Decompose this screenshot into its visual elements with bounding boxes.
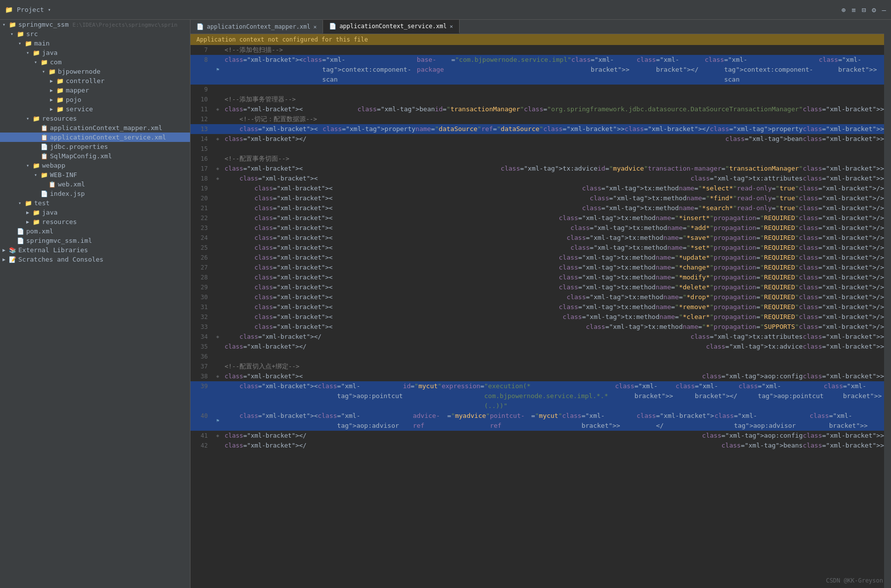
line-content-39[interactable]: class="xml-bracket">< xyxy=(223,381,318,411)
list-icon[interactable]: ≡ xyxy=(851,6,855,14)
line-content-36[interactable] xyxy=(223,352,884,362)
tree-arrow-21[interactable]: ▶ xyxy=(24,219,32,225)
line-num-32: 32 xyxy=(190,312,213,322)
tab-service[interactable]: 📄 applicationContext_service.xml ✕ xyxy=(323,20,459,34)
tree-arrow-6[interactable]: ▶ xyxy=(47,78,55,84)
project-label: 📁 Project ▾ xyxy=(5,6,51,13)
tree-icon-4: 📁 xyxy=(40,59,48,66)
tree-icon-22: 📄 xyxy=(16,228,25,235)
tree-item-24[interactable]: ▶📚External Libraries xyxy=(0,245,190,255)
tree-item-14[interactable]: 📋SqlMapConfig.xml xyxy=(0,151,190,161)
line-content-7[interactable]: <!--添加包扫描--> xyxy=(223,45,884,55)
tree-item-18[interactable]: 📄index.jsp xyxy=(0,189,190,198)
tree-arrow-20[interactable]: ▶ xyxy=(24,210,32,215)
tree-item-23[interactable]: 📄springmvc_ssm.iml xyxy=(0,236,190,245)
line-num-13: 13 xyxy=(190,124,213,134)
line-content-18[interactable]: class="xml-bracket">< xyxy=(223,174,691,183)
tree-icon-7: 📁 xyxy=(55,87,64,94)
tree-arrow-15[interactable]: ▾ xyxy=(24,163,32,168)
tree-arrow-9[interactable]: ▶ xyxy=(47,106,55,112)
line-content-41[interactable]: class="xml-bracket"></ xyxy=(223,431,702,441)
line-content-15[interactable] xyxy=(223,144,884,154)
tab-service-close[interactable]: ✕ xyxy=(450,23,453,30)
tree-item-20[interactable]: ▶📁java xyxy=(0,208,190,217)
tree-item-1[interactable]: ▾📁src xyxy=(0,29,190,39)
tree-arrow-19[interactable]: ▾ xyxy=(16,200,24,206)
line-content-37[interactable]: <!--配置切入点+绑定--> xyxy=(223,362,884,371)
tree-item-8[interactable]: ▶📁pojo xyxy=(0,95,190,104)
line-content-29[interactable]: class="xml-bracket">< xyxy=(223,282,559,292)
tree-item-15[interactable]: ▾📁webapp xyxy=(0,161,190,170)
tree-label-4: com xyxy=(50,58,61,66)
code-editor[interactable]: 7 <!--添加包扫描--> 8 ⚑ class="xml-bracket"><… xyxy=(190,45,884,588)
tree-item-6[interactable]: ▶📁controller xyxy=(0,76,190,86)
tab-mapper[interactable]: 📄 applicationContext_mapper.xml ✕ xyxy=(190,20,323,33)
tree-item-5[interactable]: ▾📁bjpowernode xyxy=(0,67,190,76)
tree-arrow-3[interactable]: ▾ xyxy=(24,50,32,55)
tree-arrow-5[interactable]: ▾ xyxy=(40,69,47,74)
line-content-42[interactable]: class="xml-bracket"></ xyxy=(223,441,721,451)
tree-arrow-1[interactable]: ▾ xyxy=(8,31,16,37)
tree-item-13[interactable]: 📄jdbc.properties xyxy=(0,142,190,151)
tree-arrow-7[interactable]: ▶ xyxy=(47,88,55,93)
dropdown-arrow-icon[interactable]: ▾ xyxy=(48,7,51,12)
code-line-40: 40 ⚑ class="xml-bracket"><class="xml-tag… xyxy=(190,411,884,431)
tree-arrow-16[interactable]: ▾ xyxy=(32,172,40,178)
tab-mapper-close[interactable]: ✕ xyxy=(314,24,317,30)
tree-arrow-10[interactable]: ▾ xyxy=(24,116,32,121)
line-content-16[interactable]: <!--配置事务切面--> xyxy=(223,154,884,164)
tree-item-12[interactable]: 📋applicationContext_service.xml xyxy=(0,133,190,142)
line-content-19[interactable]: class="xml-bracket">< xyxy=(223,183,582,193)
collapse-icon[interactable]: ⊟ xyxy=(862,6,866,14)
line-content-23[interactable]: class="xml-bracket">< xyxy=(223,223,570,233)
line-content-13[interactable]: class="xml-bracket">< xyxy=(223,124,323,134)
settings-icon[interactable]: ⚙ xyxy=(872,6,876,14)
line-content-40[interactable]: class="xml-bracket">< xyxy=(223,411,318,431)
tree-item-17[interactable]: 📋web.xml xyxy=(0,180,190,189)
tree-item-21[interactable]: ▶📁resources xyxy=(0,217,190,226)
tree-item-4[interactable]: ▾📁com xyxy=(0,57,190,67)
line-content-26[interactable]: class="xml-bracket">< xyxy=(223,253,559,263)
line-content-8[interactable]: class="xml-bracket">< xyxy=(223,55,303,85)
tree-arrow-4[interactable]: ▾ xyxy=(32,59,40,65)
line-content-31[interactable]: class="xml-bracket">< xyxy=(223,302,559,312)
line-content-25[interactable]: class="xml-bracket">< xyxy=(223,243,570,253)
line-content-35[interactable]: class="xml-bracket"></ xyxy=(223,342,706,352)
tree-item-3[interactable]: ▾📁java xyxy=(0,48,190,57)
line-content-10[interactable]: <!--添加事务管理器--> xyxy=(223,94,884,104)
tree-item-16[interactable]: ▾📁WEB-INF xyxy=(0,170,190,180)
line-content-27[interactable]: class="xml-bracket">< xyxy=(223,263,559,272)
line-content-33[interactable]: class="xml-bracket">< xyxy=(223,322,586,332)
line-content-38[interactable]: class="xml-bracket">< xyxy=(223,371,702,381)
tree-arrow-0[interactable]: ▾ xyxy=(0,22,8,27)
tree-arrow-25[interactable]: ▶ xyxy=(0,257,8,262)
line-content-24[interactable]: class="xml-bracket">< xyxy=(223,233,566,243)
line-gutter-14: ◈ xyxy=(213,134,223,144)
line-content-20[interactable]: class="xml-bracket">< xyxy=(223,193,590,203)
tree-item-19[interactable]: ▾📁test xyxy=(0,198,190,208)
line-content-21[interactable]: class="xml-bracket">< xyxy=(223,203,582,213)
target-icon[interactable]: ⊕ xyxy=(842,6,845,14)
minimize-icon[interactable]: — xyxy=(882,6,886,14)
tree-item-10[interactable]: ▾📁resources xyxy=(0,114,190,123)
tree-arrow-8[interactable]: ▶ xyxy=(47,97,55,102)
line-content-17[interactable]: class="xml-bracket">< xyxy=(223,164,501,174)
tree-item-2[interactable]: ▾📁main xyxy=(0,39,190,48)
tree-item-0[interactable]: ▾📁springmvc_ssm E:\IDEA\Projects\springm… xyxy=(0,20,190,29)
line-content-30[interactable]: class="xml-bracket">< xyxy=(223,292,566,302)
line-content-32[interactable]: class="xml-bracket">< xyxy=(223,312,563,322)
tree-arrow-2[interactable]: ▾ xyxy=(16,41,24,46)
tree-item-25[interactable]: ▶📝Scratches and Consoles xyxy=(0,255,190,264)
line-content-11[interactable]: class="xml-bracket">< xyxy=(223,104,358,114)
tree-item-11[interactable]: 📋applicationContext_mapper.xml xyxy=(0,123,190,133)
tree-item-22[interactable]: 📄pom.xml xyxy=(0,226,190,236)
line-content-34[interactable]: class="xml-bracket"></ xyxy=(223,332,691,342)
line-content-28[interactable]: class="xml-bracket">< xyxy=(223,272,559,282)
line-content-22[interactable]: class="xml-bracket">< xyxy=(223,213,559,223)
tree-item-9[interactable]: ▶📁service xyxy=(0,104,190,114)
line-content-12[interactable]: <!--切记：配置数据源--> xyxy=(223,114,884,124)
tree-arrow-24[interactable]: ▶ xyxy=(0,247,8,253)
line-content-14[interactable]: class="xml-bracket"></ xyxy=(223,134,725,144)
tree-item-7[interactable]: ▶📁mapper xyxy=(0,86,190,95)
line-content-9[interactable] xyxy=(223,85,884,94)
